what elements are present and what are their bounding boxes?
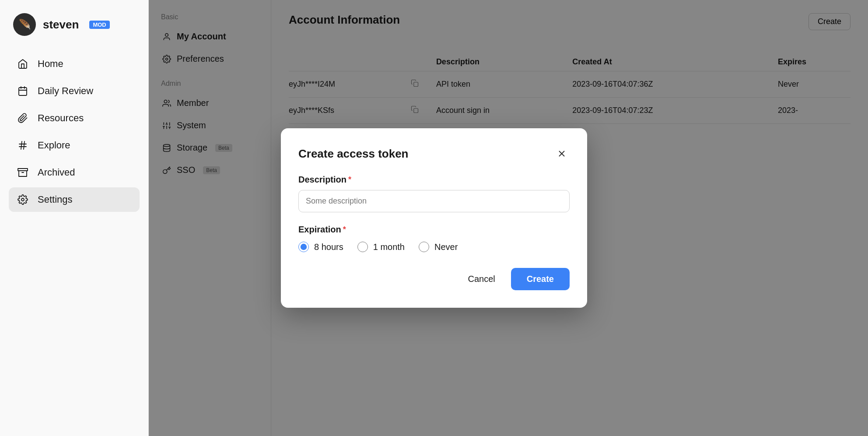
sidebar-item-label: Resources [38, 113, 84, 124]
gear-icon [17, 193, 29, 206]
avatar-emoji: 🪶 [19, 19, 31, 30]
description-label: Description * [298, 175, 570, 185]
sidebar-item-home[interactable]: Home [9, 52, 140, 76]
app-container: 🪶 steven MOD Home [0, 0, 868, 436]
paperclip-icon [17, 112, 29, 124]
username-label: steven [43, 18, 79, 32]
svg-line-6 [21, 141, 22, 149]
sidebar-item-label: Explore [38, 140, 70, 151]
calendar-icon [17, 85, 29, 97]
modal-header: Create access token [298, 146, 570, 162]
expiration-radio-group: 8 hours 1 month Never [298, 242, 570, 252]
sidebar-item-daily-review[interactable]: Daily Review [9, 79, 140, 103]
radio-label-1month: 1 month [373, 242, 405, 252]
sidebar-item-label: Archived [38, 167, 75, 178]
sidebar-item-label: Settings [38, 194, 73, 205]
radio-option-never[interactable]: Never [419, 242, 458, 252]
required-star-exp: * [343, 225, 346, 234]
radio-option-1month[interactable]: 1 month [357, 242, 405, 252]
svg-rect-8 [18, 169, 28, 171]
svg-point-10 [21, 198, 24, 201]
avatar: 🪶 [13, 13, 36, 36]
hash-icon [17, 139, 29, 151]
modal-title: Create access token [298, 147, 408, 161]
radio-option-8hours[interactable]: 8 hours [298, 242, 343, 252]
sidebar-item-archived[interactable]: Archived [9, 160, 140, 185]
radio-never[interactable] [419, 242, 429, 252]
sidebar-item-label: Daily Review [38, 85, 93, 97]
expiration-label: Expiration * [298, 225, 570, 235]
radio-label-never: Never [434, 242, 458, 252]
mod-badge: MOD [89, 21, 109, 29]
description-input[interactable] [298, 190, 570, 212]
archive-icon [17, 166, 29, 179]
svg-rect-0 [19, 88, 27, 95]
home-icon [17, 58, 29, 70]
create-access-token-modal: Create access token Description * Expira… [281, 128, 587, 308]
create-button[interactable]: Create [511, 268, 570, 290]
modal-actions: Cancel Create [298, 268, 570, 290]
sidebar: 🪶 steven MOD Home [0, 0, 149, 436]
required-star: * [348, 175, 351, 184]
cancel-button[interactable]: Cancel [459, 269, 504, 289]
sidebar-item-settings[interactable]: Settings [9, 187, 140, 212]
expiration-section: Expiration * 8 hours 1 month Never [298, 225, 570, 252]
radio-label-8hours: 8 hours [314, 242, 343, 252]
sidebar-item-label: Home [38, 58, 63, 70]
sidebar-item-resources[interactable]: Resources [9, 106, 140, 130]
svg-line-7 [24, 141, 24, 149]
modal-close-button[interactable] [554, 146, 570, 162]
sidebar-item-explore[interactable]: Explore [9, 133, 140, 158]
radio-8hours[interactable] [298, 242, 309, 252]
radio-1month[interactable] [357, 242, 368, 252]
sidebar-user: 🪶 steven MOD [9, 13, 140, 36]
